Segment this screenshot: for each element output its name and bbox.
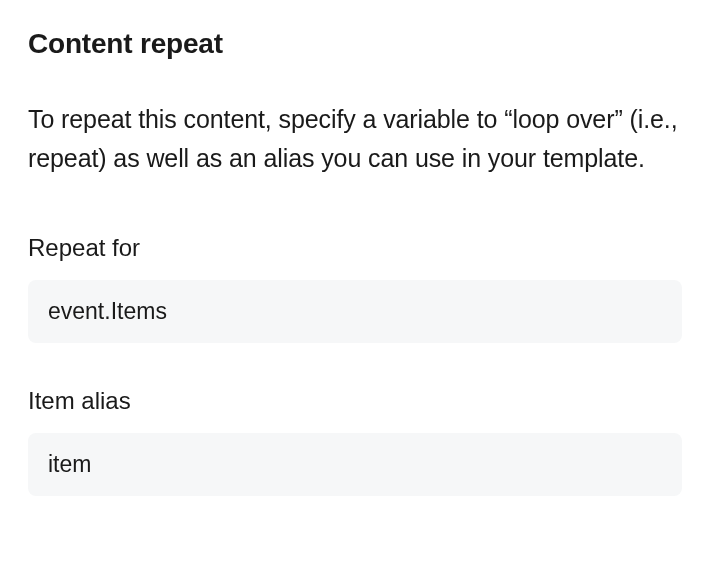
item-alias-field-group: Item alias	[28, 387, 682, 496]
item-alias-label: Item alias	[28, 387, 682, 415]
section-title: Content repeat	[28, 28, 682, 60]
item-alias-input[interactable]	[28, 433, 682, 496]
repeat-for-field-group: Repeat for	[28, 234, 682, 343]
repeat-for-label: Repeat for	[28, 234, 682, 262]
section-description: To repeat this content, specify a variab…	[28, 100, 682, 178]
repeat-for-input[interactable]	[28, 280, 682, 343]
